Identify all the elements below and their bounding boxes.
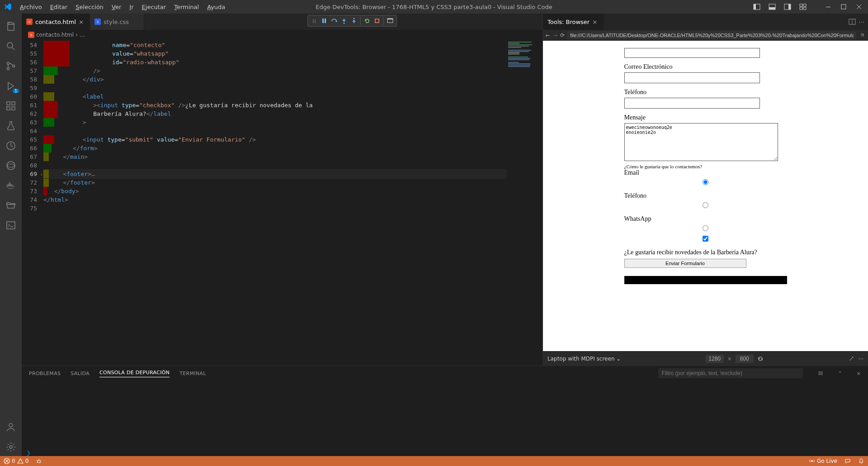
viewport-height-input[interactable] (736, 355, 754, 363)
status-go-live[interactable]: Go Live (805, 458, 841, 464)
step-into-icon[interactable] (340, 16, 349, 25)
menu-editar[interactable]: Editar (47, 2, 71, 12)
svg-rect-26 (12, 107, 15, 110)
menu-ir[interactable]: Ir (126, 2, 137, 12)
vscode-logo-icon (4, 3, 12, 11)
back-icon[interactable]: ← (546, 32, 550, 38)
wand-icon[interactable] (848, 356, 854, 362)
device-select[interactable]: Laptop with MDPI screen ⌄ (547, 356, 621, 362)
close-icon[interactable]: × (857, 371, 861, 376)
status-feedback-icon[interactable] (841, 458, 854, 464)
pause-icon[interactable] (320, 16, 329, 25)
more-icon[interactable]: ⋯ (859, 19, 864, 25)
layout-icon[interactable] (797, 1, 808, 12)
menu-ayuda[interactable]: Ayuda (203, 2, 229, 12)
preview-label: Teléfono (624, 192, 787, 200)
devtools-tab[interactable]: Tools: Browser × (543, 14, 604, 30)
terminal-activity-icon[interactable] (0, 216, 22, 234)
close-icon[interactable]: × (79, 19, 85, 25)
status-errors[interactable]: 0 0 (0, 458, 32, 464)
bottom-panel: PROBLEMASSALIDACONSOLA DE DEPURACIÓNTERM… (22, 366, 868, 456)
search-icon[interactable] (0, 37, 22, 55)
step-out-icon[interactable] (349, 16, 359, 25)
preview-label: Email (624, 169, 787, 176)
step-over-icon[interactable] (330, 16, 339, 25)
debug-toolbar[interactable]: ⁞⁞ (307, 15, 397, 27)
more-icon[interactable]: ⋯ (858, 356, 863, 362)
breadcrumbs[interactable]: 5 contacto.html › … (22, 30, 542, 40)
chevron-down-icon: ⌄ (616, 356, 621, 362)
panel-tab-consola-de-depuración[interactable]: CONSOLA DE DEPURACIÓN (99, 370, 170, 377)
menu-selección[interactable]: Selección (72, 2, 107, 12)
settings[interactable] (817, 370, 824, 376)
preview-label: WhatsApp (624, 215, 787, 223)
viewport-width-input[interactable] (706, 355, 724, 363)
accounts-icon[interactable] (0, 418, 22, 436)
debug-console-prompt[interactable]: ❯ (22, 450, 868, 456)
docker-icon[interactable] (0, 176, 22, 195)
source-control-icon[interactable] (0, 57, 22, 75)
extensions-icon[interactable] (0, 97, 22, 115)
reload-icon[interactable]: ⟳ (560, 32, 565, 38)
timeline-icon[interactable] (0, 137, 22, 155)
status-bell-icon[interactable] (854, 458, 868, 464)
folder-open-icon[interactable] (0, 196, 22, 214)
edge-tools-icon[interactable] (0, 157, 22, 175)
browser-preview[interactable]: Correo Electrónico Teléfono Mensaje ewec… (543, 41, 868, 351)
minimap[interactable] (506, 40, 542, 366)
panel-bottom-icon[interactable] (767, 1, 778, 12)
panel-tab-terminal[interactable]: TERMINAL (179, 371, 206, 376)
preview-checkbox[interactable] (703, 236, 708, 242)
menu-ver[interactable]: Ver (108, 2, 125, 12)
tab-contacto.html[interactable]: 5contacto.html× (22, 14, 90, 30)
preview-radio-whatsapp[interactable] (703, 225, 708, 231)
svg-rect-7 (803, 4, 806, 6)
preview-label: ¿Le gustaría recibir novedades de la Bar… (624, 249, 787, 256)
restart-icon[interactable] (363, 16, 372, 25)
menu-terminal[interactable]: Terminal (170, 2, 203, 12)
drag-handle-icon[interactable]: ⁞⁞ (310, 16, 319, 25)
testing-icon[interactable] (0, 117, 22, 135)
preview-submit-button[interactable]: Enviar Formulario (624, 259, 746, 268)
filter-input[interactable] (658, 368, 803, 378)
svg-rect-3 (769, 7, 775, 10)
svg-point-46 (38, 460, 40, 463)
preview-input-email[interactable] (624, 72, 760, 83)
preview-input-tel[interactable] (624, 98, 760, 109)
maximize-icon[interactable] (838, 1, 849, 12)
split-editor-icon[interactable] (849, 18, 856, 25)
fold-icon[interactable]: › (40, 170, 43, 179)
stop-icon[interactable] (373, 16, 382, 25)
close-icon[interactable]: × (592, 19, 599, 25)
svg-rect-24 (7, 102, 10, 105)
open-external-icon[interactable] (859, 32, 865, 38)
status-debug[interactable] (32, 458, 46, 464)
tab-style.css[interactable]: 3style.css (90, 14, 144, 30)
devtools-panel: Tools: Browser × ⋯ ← → ⟳ (542, 14, 868, 366)
code-editor[interactable]: 54555657585960616263646566676869›7273747… (22, 40, 542, 366)
settings-icon[interactable] (0, 438, 22, 456)
explorer-icon[interactable] (0, 17, 22, 35)
close-icon[interactable] (854, 1, 864, 12)
preview-radio-tel[interactable] (703, 202, 708, 208)
devtools-icon[interactable] (386, 16, 395, 25)
forward-icon[interactable]: → (553, 32, 557, 38)
menu-archivo[interactable]: Archivo (16, 2, 46, 12)
rotate-icon[interactable] (757, 356, 764, 362)
run-debug-icon[interactable]: 1 (0, 77, 22, 95)
url-input[interactable] (567, 31, 856, 39)
code-area[interactable]: name="contecto" value="whatsapp" id="rad… (43, 40, 506, 366)
minimize-icon[interactable] (823, 1, 834, 12)
panel-left-icon[interactable] (751, 1, 762, 12)
chevron-up-icon[interactable]: ⌃ (838, 371, 842, 376)
preview-radio-email[interactable] (703, 179, 708, 185)
panel-tab-salida[interactable]: SALIDA (71, 371, 90, 376)
svg-rect-13 (325, 19, 326, 23)
menu-ejecutar[interactable]: Ejecutar (138, 2, 170, 12)
preview-textarea[interactable]: ewecineowonoeuq2e enoieonie2o (624, 123, 778, 161)
svg-rect-11 (841, 5, 846, 9)
panel-tab-problemas[interactable]: PROBLEMAS (29, 371, 61, 376)
panel-right-icon[interactable] (782, 1, 793, 12)
svg-rect-8 (800, 7, 802, 10)
close-dim-icon[interactable]: × (727, 356, 732, 362)
